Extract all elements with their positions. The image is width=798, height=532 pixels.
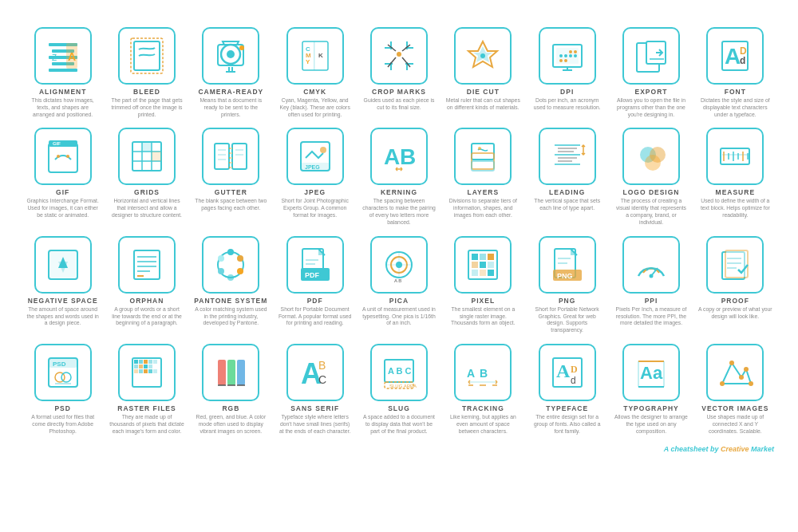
term-desc-kerning: The spacing between characters to make t…	[361, 198, 436, 226]
term-title-kerning: KERNING	[381, 188, 417, 196]
icon-box-pantone-system	[202, 236, 259, 294]
term-title-png: PNG	[559, 297, 575, 305]
term-desc-tracking: Like kerning, but applies an even amount…	[446, 414, 520, 435]
term-title-negative-space: NEGATIVE SPACE	[28, 297, 98, 305]
term-title-gutter: GUTTER	[215, 188, 247, 196]
svg-text:SLUG AREA: SLUG AREA	[389, 384, 417, 388]
svg-rect-40	[49, 144, 77, 172]
svg-point-28	[569, 54, 572, 57]
term-desc-vector-images: Use shapes made up of connected X and Y …	[698, 414, 772, 435]
term-desc-sans-serif: Typeface style where letters don't have …	[278, 414, 352, 435]
term-title-typeface: TYPEFACE	[546, 404, 588, 412]
icon-box-pixel	[454, 236, 512, 294]
icon-box-typeface: A D d	[539, 344, 596, 401]
svg-point-60	[320, 147, 326, 153]
term-title-export: EXPORT	[635, 88, 668, 96]
svg-point-29	[574, 54, 577, 57]
icon-box-gif: GIF	[34, 128, 92, 185]
term-title-logo-design: LOGO DESIGN	[623, 188, 680, 196]
svg-text:PDF: PDF	[305, 271, 320, 279]
term-desc-png: Short for Portable Network Graphics. Gre…	[530, 306, 604, 334]
icon-box-bleed	[118, 27, 176, 85]
term-item-vector-images: VECTOR IMAGES Use shapes made up of conn…	[697, 341, 774, 438]
icon-box-leading	[539, 128, 596, 185]
icon-box-measure	[706, 128, 764, 185]
icon-box-dpi	[539, 27, 596, 85]
term-desc-alignment: This dictates how images, texts, and sha…	[26, 97, 100, 118]
svg-rect-148	[144, 365, 148, 368]
term-desc-pixel: The smallest element on a single raster …	[446, 306, 520, 327]
svg-point-44	[66, 155, 69, 158]
term-desc-cmyk: Cyan, Magenta, Yellow, and Key (black). …	[278, 97, 352, 118]
term-desc-crop-marks: Guides used as each piece is cut to its …	[361, 97, 436, 112]
svg-rect-151	[139, 369, 143, 373]
term-item-gutter: GUTTER The blank space between two pages…	[192, 124, 270, 229]
svg-text:A B: A B	[394, 278, 401, 283]
icon-box-raster-files	[118, 344, 176, 401]
term-item-dpi: DPI Dots per inch, an acronym used to me…	[528, 24, 606, 121]
term-desc-typography: Allows the designer to arrange the type …	[614, 414, 688, 435]
term-desc-grids: Horizontal and vertical lines that inter…	[109, 198, 184, 219]
term-title-camera-ready: CAMERA-READY	[198, 88, 263, 96]
term-item-jpeg: JPEG JPEG Short for Joint Photographic E…	[276, 124, 354, 229]
svg-rect-156	[227, 360, 235, 385]
svg-rect-146	[134, 365, 138, 368]
footer-brand: Creative	[721, 445, 749, 453]
term-desc-orphan: A group of words or a short line towards…	[109, 306, 184, 327]
term-desc-gutter: The blank space between two pages facing…	[194, 198, 268, 212]
term-title-grids: GRIDS	[134, 188, 160, 196]
svg-point-68	[478, 147, 481, 150]
icon-box-jpeg: JPEG	[286, 128, 344, 185]
svg-rect-145	[153, 360, 157, 364]
svg-rect-19	[314, 41, 315, 70]
icon-box-vector-images	[706, 344, 764, 401]
term-item-logo-design: LOGO DESIGN The process of creating a vi…	[612, 124, 689, 229]
term-item-proof: PROOF A copy or preview of what your des…	[697, 233, 774, 337]
icon-box-psd: PSD	[34, 344, 92, 401]
term-item-slug: A B C SLUG AREA SLUG A space added to a …	[360, 341, 437, 438]
svg-rect-155	[218, 360, 226, 385]
svg-point-139	[61, 372, 71, 382]
term-title-vector-images: VECTOR IMAGES	[701, 404, 768, 412]
svg-rect-141	[134, 360, 138, 364]
term-title-pdf: PDF	[307, 297, 323, 305]
term-title-ppi: PPI	[645, 297, 658, 305]
term-item-bleed: BLEED The part of the page that gets tri…	[108, 24, 185, 121]
term-title-gif: GIF	[56, 188, 69, 196]
icon-box-slug: A B C SLUG AREA	[370, 344, 428, 401]
term-item-die-cut: DIE CUT Metal ruler that can cut shapes …	[444, 24, 522, 121]
icon-box-ppi	[622, 236, 680, 294]
term-desc-negative-space: The amount of space around the shapes an…	[26, 306, 100, 327]
svg-rect-143	[144, 360, 148, 364]
term-title-die-cut: DIE CUT	[467, 88, 500, 96]
term-desc-pica: A unit of measurement used in typesettin…	[361, 306, 436, 327]
svg-text:Y: Y	[306, 58, 310, 65]
term-item-negative-space: NEGATIVE SPACE The amount of space aroun…	[24, 233, 101, 337]
svg-text:A B C: A B C	[388, 366, 412, 376]
term-desc-bleed: The part of the page that gets trimmed o…	[109, 97, 184, 118]
svg-text:d: d	[740, 55, 745, 66]
footer: A cheatsheet by Creative Market	[24, 445, 774, 453]
term-title-typography: TYPOGRAPHY	[623, 404, 679, 412]
icon-box-logo-design	[622, 128, 680, 185]
term-title-font: FONT	[725, 88, 746, 96]
svg-point-101	[218, 255, 224, 262]
term-title-measure: MEASURE	[716, 188, 756, 196]
svg-point-96	[227, 249, 234, 255]
icon-box-cmyk: C M Y K	[286, 27, 344, 85]
term-item-typeface: A D d TYPEFACE The entire design set for…	[528, 341, 606, 438]
svg-rect-52	[215, 144, 229, 169]
svg-point-33	[574, 50, 577, 53]
svg-rect-144	[148, 360, 152, 364]
term-desc-ppi: Pixels Per Inch, a measure of resolution…	[614, 306, 688, 327]
term-item-leading: LEADING The vertical space that sets eac…	[528, 124, 606, 229]
svg-text:JPEG: JPEG	[305, 164, 320, 170]
term-title-proof: PROOF	[721, 297, 749, 305]
term-title-tracking: TRACKING	[462, 404, 504, 412]
icon-box-camera-ready	[202, 27, 259, 85]
term-item-orphan: ORPHAN A group of words or a short line …	[108, 233, 185, 337]
svg-rect-89	[134, 250, 160, 279]
term-desc-typeface: The entire design set for a group of fon…	[530, 414, 604, 435]
icon-box-layers	[454, 128, 512, 185]
svg-text:B: B	[400, 144, 416, 169]
